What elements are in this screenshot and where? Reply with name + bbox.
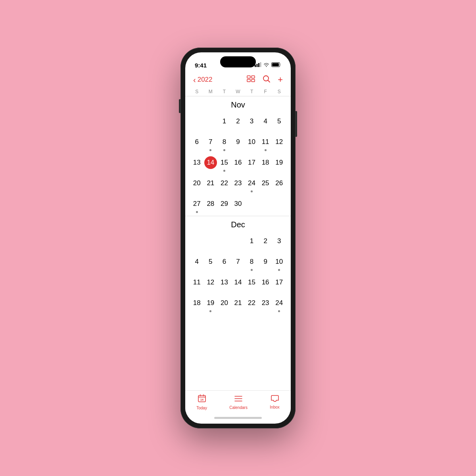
calendar-view-icon[interactable] [247,75,255,84]
day-cell[interactable]: 17 [272,274,286,294]
day-cell[interactable]: 20 [190,175,204,195]
tab-inbox[interactable]: Inbox [270,395,279,409]
today-label: Today [196,406,207,410]
day-header-t1: T [217,88,231,95]
day-cell[interactable]: 13 [190,154,204,175]
day-cell: - [245,195,259,216]
tab-calendars[interactable]: Calendars [229,394,248,410]
day-cell[interactable]: 24 [272,294,286,315]
december-label: Dec [190,216,286,232]
dynamic-island [220,56,256,67]
day-cell[interactable]: 4 [259,113,273,133]
add-icon[interactable]: + [278,75,283,85]
toolbar-year[interactable]: 2022 [198,76,213,84]
day-cell[interactable]: 4 [190,253,204,274]
svg-rect-5 [272,63,279,66]
day-cell[interactable]: 24 [245,175,259,195]
day-cell[interactable]: 15 [245,274,259,294]
day-header-s2: S [272,88,286,95]
toolbar-left[interactable]: ‹ 2022 [193,75,213,84]
home-bar [214,417,262,419]
day-cell[interactable]: 21 [204,175,218,195]
day-cell[interactable]: 23 [259,294,273,315]
day-header-t2: T [245,88,259,95]
day-cell[interactable]: 13 [217,274,231,294]
day-header-f: F [259,88,273,95]
day-cell[interactable]: 5 [204,253,218,274]
calendars-label: Calendars [229,405,248,410]
day-cell[interactable]: 27 [190,195,204,216]
november-block: Nov - - 1 2 3 4 5 6 7 8 9 10 11 [185,96,291,216]
calendar-scroll[interactable]: Nov - - 1 2 3 4 5 6 7 8 9 10 11 [185,96,291,390]
day-cell[interactable]: 10 [245,133,259,154]
day-cell[interactable]: 8 [217,133,231,154]
day-cell[interactable]: 19 [272,154,286,175]
day-cell[interactable]: 6 [217,253,231,274]
day-cell[interactable]: 3 [272,232,286,253]
day-cell[interactable]: 8 [245,253,259,274]
inbox-icon [271,395,279,404]
day-cell[interactable]: 6 [190,133,204,154]
day-cell[interactable]: 18 [190,294,204,315]
november-label: Nov [190,96,286,113]
november-grid: - - 1 2 3 4 5 6 7 8 9 10 11 12 13 [190,113,286,216]
day-cell[interactable]: 20 [217,294,231,315]
day-cell[interactable]: 16 [259,274,273,294]
day-header-s1: S [190,88,204,95]
home-indicator [185,412,291,424]
day-cell[interactable]: 2 [259,232,273,253]
day-cell[interactable]: 3 [245,113,259,133]
search-icon[interactable] [263,75,271,85]
day-cell[interactable]: 1 [245,232,259,253]
tab-today[interactable]: 14 Today [196,394,207,410]
day-cell[interactable]: 9 [259,253,273,274]
day-cell[interactable]: 19 [204,294,218,315]
day-cell[interactable]: 22 [245,294,259,315]
day-cell[interactable]: 17 [245,154,259,175]
december-grid: - - - - 1 2 3 4 5 6 7 8 9 10 11 [190,232,286,315]
day-cell[interactable]: 15 [217,154,231,175]
day-cell[interactable]: 11 [190,274,204,294]
svg-rect-6 [247,76,250,78]
day-cell[interactable]: 14 [231,274,245,294]
day-cell: - [231,232,245,253]
day-cell[interactable]: 7 [231,253,245,274]
day-cell[interactable]: 18 [259,154,273,175]
day-cell[interactable]: 5 [272,113,286,133]
day-cell[interactable]: 11 [259,133,273,154]
day-cell[interactable]: 28 [204,195,218,216]
svg-rect-1 [257,64,258,67]
inbox-label: Inbox [270,405,279,409]
day-cell[interactable]: 14 [204,154,218,175]
svg-text:14: 14 [200,398,203,401]
day-cell[interactable]: 7 [204,133,218,154]
svg-rect-8 [251,76,255,78]
svg-rect-9 [251,79,255,82]
day-cell[interactable]: 9 [231,133,245,154]
day-cell[interactable]: 30 [231,195,245,216]
day-cell[interactable]: 22 [217,175,231,195]
day-cell[interactable]: 21 [231,294,245,315]
back-chevron-icon[interactable]: ‹ [193,75,196,84]
day-cell: - [259,195,273,216]
day-cell[interactable]: 29 [217,195,231,216]
day-cell[interactable]: 26 [272,175,286,195]
day-cell[interactable]: - [190,113,204,133]
day-cell[interactable]: 23 [231,175,245,195]
wifi-icon [263,62,269,68]
day-cell[interactable]: 2 [231,113,245,133]
day-cell[interactable]: 12 [204,274,218,294]
today-icon: 14 [198,394,206,405]
battery-icon [271,61,281,69]
day-cell[interactable]: 1 [217,113,231,133]
day-cell[interactable]: 16 [231,154,245,175]
svg-rect-2 [258,63,259,67]
toolbar: ‹ 2022 + [185,72,291,88]
day-cell[interactable]: 12 [272,133,286,154]
day-header-m: M [204,88,218,95]
day-cell[interactable]: 25 [259,175,273,195]
day-cell: - [217,232,231,253]
day-cell[interactable]: - [204,113,218,133]
day-cell[interactable]: 10 [272,253,286,274]
toolbar-right: + [247,75,283,85]
